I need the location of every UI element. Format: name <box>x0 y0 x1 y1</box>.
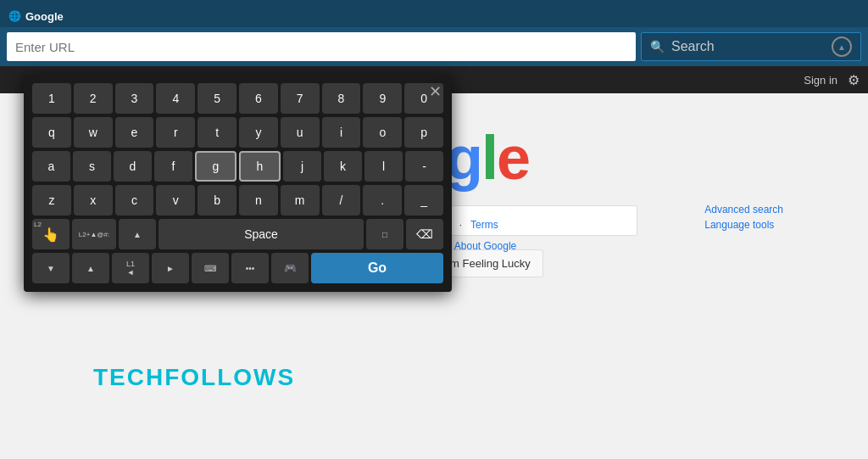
key-m[interactable]: m <box>281 185 320 216</box>
advanced-search-link[interactable]: Advanced search <box>704 204 783 216</box>
key-1[interactable]: 1 <box>32 83 71 114</box>
key-square[interactable]: □ <box>366 219 403 249</box>
key-l2[interactable]: L2 👆 <box>32 219 70 249</box>
key-o[interactable]: o <box>363 117 402 148</box>
key-q[interactable]: q <box>32 117 71 148</box>
key-i[interactable]: i <box>322 117 361 148</box>
about-google-link[interactable]: About Google <box>454 240 516 252</box>
key-7[interactable]: 7 <box>281 83 320 114</box>
search-icon: 🔍 <box>650 40 665 53</box>
search-submit-icon[interactable]: ▲ <box>832 36 852 57</box>
key-underscore[interactable]: _ <box>404 185 443 216</box>
asdf-row: a s d f g h j k l - <box>32 151 443 182</box>
key-p[interactable]: p <box>404 117 443 148</box>
key-e[interactable]: e <box>115 117 154 148</box>
tab-bar: 🌐 Google <box>0 0 868 27</box>
search-box[interactable]: 🔍 Search ▲ <box>641 32 861 61</box>
key-l2-plus[interactable]: L2+▲ @#: <box>72 219 116 249</box>
search-text: Search <box>671 39 825 54</box>
key-delete[interactable]: ⌫ <box>406 219 443 249</box>
zxcv-row: z x c v b n m / . _ <box>32 185 443 216</box>
key-t[interactable]: t <box>198 117 236 148</box>
key-3[interactable]: 3 <box>115 83 154 114</box>
key-4[interactable]: 4 <box>156 83 195 114</box>
space-key[interactable]: Space <box>159 219 364 249</box>
key-triangle[interactable]: ▲ <box>119 219 156 249</box>
techfollows-watermark: TECHFOLLOWS <box>93 364 295 391</box>
keyboard-close-button[interactable]: ✕ <box>425 81 445 102</box>
url-input[interactable] <box>7 32 636 61</box>
bottom-control-row: ▼ ▲ L1◄ ► ⌨ ••• 🎮 Go <box>32 253 443 283</box>
tab-title: Google <box>25 10 64 23</box>
key-k[interactable]: k <box>324 151 362 182</box>
key-keyboard[interactable]: ⌨ <box>192 253 229 283</box>
language-tools-link[interactable]: Language tools <box>704 219 783 231</box>
key-slash[interactable]: / <box>322 185 361 216</box>
advanced-links: Advanced search Language tools <box>704 204 783 231</box>
key-l[interactable]: l <box>364 151 403 182</box>
key-9[interactable]: 9 <box>363 83 402 114</box>
key-6[interactable]: 6 <box>239 83 278 114</box>
tab-favicon: 🌐 <box>8 10 21 22</box>
qwerty-row: q w e r t y u i o p <box>32 117 443 148</box>
key-y[interactable]: y <box>239 117 278 148</box>
address-bar-row: 🔍 Search ▲ <box>0 27 868 66</box>
key-a[interactable]: a <box>32 151 70 182</box>
key-f[interactable]: f <box>154 151 192 182</box>
settings-icon[interactable]: ⚙ <box>848 72 860 88</box>
key-period[interactable]: . <box>363 185 402 216</box>
key-x[interactable]: x <box>74 185 113 216</box>
key-8[interactable]: 8 <box>322 83 361 114</box>
number-row: 1 2 3 4 5 6 7 8 9 0 <box>32 83 443 114</box>
key-d[interactable]: d <box>114 151 152 182</box>
key-w[interactable]: w <box>74 117 113 148</box>
sign-in-link[interactable]: Sign in <box>804 74 837 87</box>
go-button[interactable]: Go <box>311 253 443 283</box>
key-c[interactable]: c <box>115 185 154 216</box>
key-dots[interactable]: ••• <box>231 253 269 283</box>
key-s[interactable]: s <box>73 151 111 182</box>
keyboard-overlay: ✕ 1 2 3 4 5 6 7 8 9 0 q w e r t y u i o … <box>24 75 452 292</box>
key-gamepad[interactable]: 🎮 <box>271 253 309 283</box>
key-n[interactable]: n <box>239 185 278 216</box>
keyboard-rows: 1 2 3 4 5 6 7 8 9 0 q w e r t y u i o p … <box>32 83 443 283</box>
key-l1[interactable]: L1◄ <box>112 253 149 283</box>
key-g[interactable]: g <box>195 151 236 182</box>
key-j[interactable]: j <box>283 151 321 182</box>
key-z[interactable]: z <box>32 185 71 216</box>
key-dash[interactable]: - <box>405 151 443 182</box>
terms-link[interactable]: Terms <box>470 219 498 231</box>
key-up[interactable]: ▲ <box>72 253 109 283</box>
key-5[interactable]: 5 <box>198 83 236 114</box>
key-b[interactable]: b <box>198 185 236 216</box>
separator: · <box>459 219 462 231</box>
browser-chrome: 🌐 Google 🔍 Search ▲ <box>0 0 868 66</box>
key-h[interactable]: h <box>239 151 281 182</box>
key-v[interactable]: v <box>156 185 195 216</box>
key-u[interactable]: u <box>281 117 320 148</box>
key-2[interactable]: 2 <box>74 83 113 114</box>
key-right[interactable]: ► <box>152 253 189 283</box>
key-r[interactable]: r <box>156 117 195 148</box>
modifier-row: L2 👆 L2+▲ @#: ▲ Space □ ⌫ <box>32 219 443 249</box>
key-down[interactable]: ▼ <box>32 253 70 283</box>
